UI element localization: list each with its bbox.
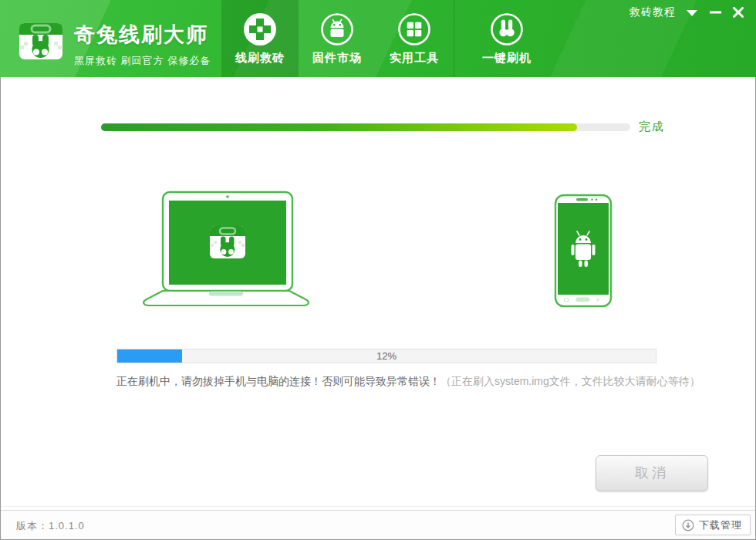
- stage-done-label: 完成: [639, 120, 665, 134]
- status-detail-text: （正在刷入system.img文件，文件比较大请耐心等待）: [440, 375, 700, 387]
- close-button[interactable]: [727, 4, 750, 21]
- tab-label: 线刷救砖: [235, 51, 285, 66]
- minimize-button[interactable]: [704, 4, 727, 21]
- phone-illustration: [554, 194, 613, 308]
- tab-label: 一键刷机: [482, 51, 532, 66]
- app-subtitle: 黑屏救砖 刷回官方 保修必备: [74, 54, 211, 68]
- minimize-icon: [710, 11, 721, 14]
- tab-flash-rescue[interactable]: 线刷救砖: [221, 0, 299, 77]
- close-icon: [733, 7, 744, 18]
- download-manager-label: 下载管理: [699, 518, 742, 532]
- app-window: 奇兔线刷大师 黑屏救砖 刷回官方 保修必备 线刷救砖: [0, 0, 756, 540]
- main-content: 完成: [0, 77, 756, 540]
- flash-progress-track: 12%: [116, 349, 656, 363]
- rescue-tutorial-link[interactable]: 救砖教程: [625, 4, 680, 21]
- status-main-text: 正在刷机中，请勿拔掉手机与电脑的连接！否则可能导致异常错误！: [116, 375, 440, 387]
- app-logo-icon: [19, 20, 63, 60]
- brand: 奇兔线刷大师 黑屏救砖 刷回官方 保修必备: [74, 21, 211, 68]
- menu-button[interactable]: [680, 4, 704, 21]
- status-message: 正在刷机中，请勿拔掉手机与电脑的连接！否则可能导致异常错误！（正在刷入syste…: [116, 375, 700, 389]
- header: 奇兔线刷大师 黑屏救砖 刷回官方 保修必备 线刷救砖: [0, 0, 756, 77]
- version-label: 版本：1.0.1.0: [16, 519, 85, 533]
- tab-one-key-flash[interactable]: 一键刷机: [468, 0, 545, 77]
- tab-label: 固件市场: [312, 51, 362, 66]
- stage-progress-track: [101, 123, 630, 131]
- one-key-flash-icon: [490, 12, 524, 46]
- laptop-illustration: [140, 191, 312, 306]
- tab-divider: [454, 0, 454, 77]
- content-divider: [1, 506, 755, 507]
- download-manager-button[interactable]: 下载管理: [675, 515, 751, 535]
- flash-progress-percent: 12%: [117, 349, 656, 363]
- tab-gap: [453, 0, 468, 77]
- tab-tools[interactable]: 实用工具: [376, 0, 453, 77]
- cancel-button[interactable]: 取消: [596, 455, 708, 491]
- stage-progress-fill: [101, 123, 577, 131]
- nav-tabs: 线刷救砖 固件市场: [221, 0, 545, 77]
- window-controls: 救砖教程: [625, 3, 750, 22]
- tools-icon: [397, 12, 431, 46]
- flash-rescue-icon: [243, 12, 277, 46]
- app-title: 奇兔线刷大师: [74, 21, 211, 49]
- firmware-market-icon: [320, 12, 354, 46]
- chevron-down-icon: [687, 9, 697, 16]
- footer: 版本：1.0.1.0 下载管理: [1, 510, 755, 539]
- download-circle-icon: [682, 519, 694, 532]
- tab-label: 实用工具: [390, 51, 439, 66]
- tab-firmware-market[interactable]: 固件市场: [299, 0, 376, 77]
